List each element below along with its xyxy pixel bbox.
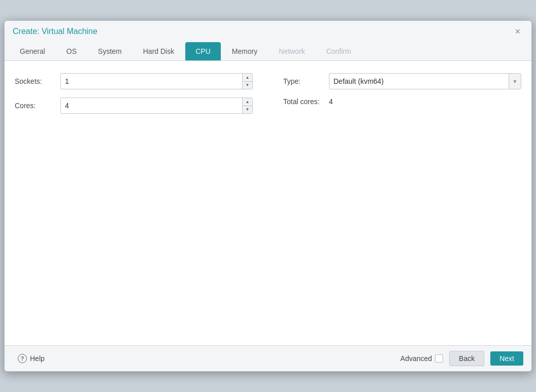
tab-hard-disk[interactable]: Hard Disk (133, 42, 184, 60)
tab-system[interactable]: System (88, 42, 132, 60)
cores-increment[interactable]: ▲ (243, 98, 252, 106)
sockets-label: Sockets: (15, 77, 60, 85)
advanced-checkbox[interactable] (435, 354, 443, 363)
tabs-bar: General OS System Hard Disk CPU Memory N… (5, 42, 531, 61)
cores-input[interactable] (61, 98, 242, 113)
next-button[interactable]: Next (490, 351, 523, 366)
footer-right: Advanced Back Next (400, 351, 523, 366)
cores-row: Cores: ▲ ▼ (15, 97, 253, 114)
dialog-footer: ? Help Advanced Back Next (5, 345, 531, 371)
total-cores-label: Total cores: (283, 97, 329, 106)
type-select-arrow: ▼ (509, 74, 521, 89)
sockets-input[interactable] (61, 74, 242, 89)
create-vm-dialog: Create: Virtual Machine × General OS Sys… (4, 20, 532, 372)
dialog-header: Create: Virtual Machine × (5, 21, 531, 42)
type-label: Type: (283, 77, 329, 85)
tab-confirm: Confirm (316, 42, 361, 60)
dialog-body: Sockets: ▲ ▼ Cores: ▲ (5, 61, 531, 345)
tab-memory[interactable]: Memory (222, 42, 268, 60)
help-icon: ? (18, 354, 27, 363)
dialog-title: Create: Virtual Machine (13, 27, 97, 36)
right-column: Type: Default (kvm64) host kvm64 x86-64-… (268, 73, 521, 122)
advanced-text: Advanced (400, 354, 432, 363)
tab-network: Network (269, 42, 315, 60)
cores-spinner[interactable]: ▲ ▼ (60, 97, 253, 114)
close-button[interactable]: × (512, 26, 523, 37)
total-cores-row: Total cores: 4 (283, 97, 521, 106)
cores-label: Cores: (15, 102, 60, 110)
sockets-decrement[interactable]: ▼ (243, 82, 252, 89)
total-cores-value: 4 (329, 97, 333, 106)
footer-left: ? Help (13, 351, 50, 366)
back-button[interactable]: Back (449, 351, 484, 366)
cores-decrement[interactable]: ▼ (243, 106, 252, 114)
tab-general[interactable]: General (10, 42, 55, 60)
tab-os[interactable]: OS (56, 42, 87, 60)
help-label: Help (30, 354, 45, 363)
sockets-spinner-buttons: ▲ ▼ (242, 74, 252, 89)
tab-cpu[interactable]: CPU (185, 42, 221, 60)
cores-spinner-buttons: ▲ ▼ (242, 98, 252, 113)
form-grid: Sockets: ▲ ▼ Cores: ▲ (15, 73, 521, 122)
type-select-wrapper[interactable]: Default (kvm64) host kvm64 x86-64-v2-AES… (329, 73, 521, 89)
type-row: Type: Default (kvm64) host kvm64 x86-64-… (283, 73, 521, 89)
type-select[interactable]: Default (kvm64) host kvm64 x86-64-v2-AES (329, 74, 509, 89)
sockets-row: Sockets: ▲ ▼ (15, 73, 253, 89)
help-button[interactable]: ? Help (13, 351, 50, 366)
advanced-label: Advanced (400, 354, 443, 363)
sockets-increment[interactable]: ▲ (243, 74, 252, 82)
left-column: Sockets: ▲ ▼ Cores: ▲ (15, 73, 268, 122)
sockets-spinner[interactable]: ▲ ▼ (60, 73, 253, 89)
